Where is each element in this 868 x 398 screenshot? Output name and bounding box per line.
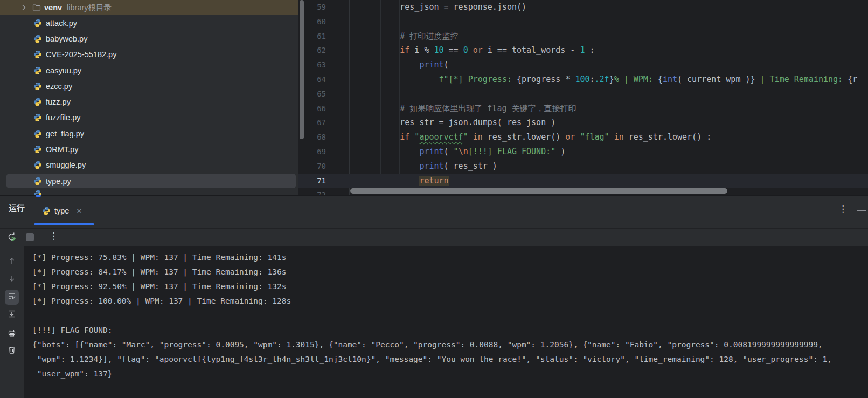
code-editor[interactable]: 59 res_json = response.json()6061 # 打印进度… [298,0,868,195]
file-name: CVE-2025-55182.py [46,50,116,59]
console-side-toolbar [0,246,24,398]
code-line-68: 68 if "apoorvctf" in res_str.lower() or … [298,130,868,145]
run-tab-label: type [54,207,69,215]
line-number[interactable]: 72 [298,188,326,195]
line-text: return [298,174,868,188]
tree-item-get_flag.py[interactable]: get_flag.py [0,126,298,141]
code-line-60: 60 [298,15,868,29]
line-text: res_json = response.json() [298,0,868,15]
stop-icon[interactable] [26,233,34,241]
file-name: ORMT.py [46,145,78,154]
python-file-icon [33,19,42,28]
file-name: fuzz.py [46,98,71,106]
python-file-icon [33,113,42,122]
root-folder-suffix: library根目录 [67,3,112,13]
console-line: {"bots": [{"name": "Marc", "progress": 0… [32,338,868,352]
file-name: get_flag.py [46,129,84,138]
tree-item-smuggle.py[interactable]: smuggle.py [0,157,298,173]
code-line-64: 64 f"[*] Progress: {progress * 100:.2f}%… [298,72,868,87]
line-text: print( [298,58,868,72]
tree-item-type.py[interactable]: type.py [0,173,298,189]
line-number[interactable]: 70 [298,159,326,174]
close-icon[interactable]: ✕ [76,207,82,215]
python-file-icon [33,66,42,75]
file-name: fuzzfile.py [46,113,80,122]
code-line-70: 70 print( res_str ) [298,159,868,174]
line-text: # 如果响应体里出现了 flag 关键字，直接打印 [298,101,868,116]
clear-console-icon[interactable] [8,346,16,356]
line-number[interactable]: 69 [298,145,326,159]
console-line [32,308,868,323]
console-output[interactable]: [*] Progress: 75.83% | WPM: 137 | Time R… [24,246,868,398]
editor-lines: 59 res_json = response.json()6061 # 打印进度… [298,0,868,195]
line-text: f"[*] Progress: {progress * 100:.2f}% | … [298,72,868,87]
console-line: [*] Progress: 100.00% | WPM: 137 | Time … [32,294,868,308]
more-options-icon[interactable]: ⋮ [49,230,58,242]
rerun-icon[interactable] [7,232,17,244]
print-icon[interactable] [8,328,16,339]
console-line: [*] Progress: 84.17% | WPM: 137 | Time R… [32,265,868,279]
python-file-icon [33,161,42,169]
line-text: if i % 10 == 0 or i == total_words - 1 : [298,43,868,58]
ide-window: venv library根目录 attack.pybabyweb.pyCVE-2… [0,0,868,398]
line-text: if "apoorvctf" in res_str.lower() or "fl… [298,130,868,145]
tree-item-attack.py[interactable]: attack.py [0,15,298,31]
line-number[interactable]: 71 [298,174,326,188]
run-body: [*] Progress: 75.83% | WPM: 137 | Time R… [0,246,868,398]
run-header: 运行 type ✕ ⋮ [0,196,868,229]
tree-vertical-scrollbar[interactable] [300,0,304,139]
tree-item-ORMT.py[interactable]: ORMT.py [0,141,298,157]
console-line: [*] Progress: 92.50% | WPM: 137 | Time R… [32,279,868,294]
file-name: ezcc.py [46,82,72,91]
soft-wrap-icon[interactable] [5,290,19,305]
line-text: # 打印进度监控 [298,29,868,44]
toolbar-separator [43,231,43,243]
line-text: print( res_str ) [298,159,868,174]
tree-item-CVE-2025-55182.py[interactable]: CVE-2025-55182.py [0,47,298,63]
python-file-icon [33,145,42,154]
chevron-right-icon[interactable] [19,3,28,12]
run-tab-type[interactable]: type ✕ [34,196,94,226]
console-line: [!!!] FLAG FOUND: [32,323,868,338]
code-line-61: 61 # 打印进度监控 [298,29,868,44]
code-line-71: 71 return [298,174,868,188]
line-text: res_str = json.dumps( res_json ) [298,115,868,130]
tree-item-fuzz.py[interactable]: fuzz.py [0,94,298,109]
python-icon [42,207,51,215]
python-file-icon [33,129,42,138]
code-line-63: 63 print( [298,58,868,72]
file-name: babyweb.py [46,35,87,43]
console-line: [*] Progress: 75.83% | WPM: 137 | Time R… [32,250,868,265]
console-line: "user_wpm": 137} [32,367,868,381]
project-file-list: attack.pybabyweb.pyCVE-2025-55182.pyeasy… [0,15,298,189]
hide-panel-icon[interactable] [857,210,866,211]
tree-item-easyuu.py[interactable]: easyuu.py [0,63,298,78]
run-toolbar: ⋮ [0,229,868,246]
down-stacktrace-icon[interactable] [8,274,16,285]
tree-item-fuzzfile.py[interactable]: fuzzfile.py [0,110,298,126]
code-line-66: 66 # 如果响应体里出现了 flag 关键字，直接打印 [298,101,868,116]
tree-item-ezcc.py[interactable]: ezcc.py [0,78,298,94]
tree-item-venv[interactable]: venv library根目录 [0,0,298,15]
console-line: "wpm": 1.1234}], "flag": "apoorvctf{typ1… [32,352,868,367]
project-tree-panel: venv library根目录 attack.pybabyweb.pyCVE-2… [0,0,298,195]
code-line-67: 67 res_str = json.dumps( res_json ) [298,115,868,130]
folder-icon [32,3,41,12]
file-name: smuggle.py [46,161,86,169]
more-options-icon[interactable]: ⋮ [838,203,848,215]
python-file-icon [33,98,42,106]
code-line-65: 65 [298,87,868,101]
python-file-icon [33,82,42,91]
python-file-icon [33,35,42,43]
root-folder-name: venv [44,3,62,12]
run-tool-window: 运行 type ✕ ⋮ ⋮ [*] Pr [0,195,868,398]
active-tab-underline [34,223,94,225]
file-name: attack.py [46,19,77,28]
python-file-icon [33,177,42,186]
editor-horizontal-scrollbar[interactable] [350,188,727,194]
up-stacktrace-icon[interactable] [8,257,16,267]
scroll-to-end-icon[interactable] [8,310,16,320]
tree-item-babyweb.py[interactable]: babyweb.py [0,31,298,46]
python-file-icon [33,50,42,59]
file-name: type.py [46,177,71,186]
